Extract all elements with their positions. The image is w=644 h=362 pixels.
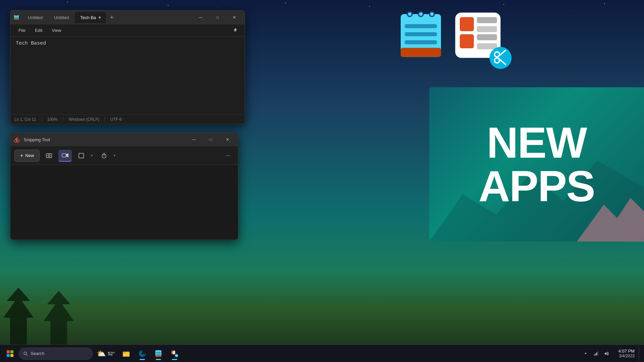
snipping-close-button[interactable]: ✕: [220, 134, 235, 145]
snipping-toolbar: + New ▾: [10, 146, 238, 165]
tab-label-2: Untitled: [54, 15, 69, 20]
svg-marker-26: [44, 291, 74, 345]
taskbar-snipping-tool[interactable]: [167, 346, 182, 361]
snipping-tool-window: Snipping Tool — □ ✕ + New: [10, 133, 238, 240]
svg-rect-17: [477, 26, 497, 32]
timer-button[interactable]: [97, 150, 111, 162]
svg-rect-11: [405, 40, 437, 44]
notepad-close-button[interactable]: ✕: [227, 12, 242, 23]
svg-rect-38: [46, 154, 52, 158]
weather-widget[interactable]: ⛅ 52°: [94, 346, 117, 361]
shape-mode-button[interactable]: [75, 150, 88, 162]
svg-rect-42: [79, 153, 84, 158]
svg-rect-47: [10, 350, 13, 353]
new-apps-banner: NEW APPS: [429, 87, 644, 242]
tray-expand-button[interactable]: [581, 349, 590, 358]
svg-rect-73: [605, 353, 606, 354]
svg-rect-63: [174, 352, 175, 353]
notepad-view-menu[interactable]: View: [48, 27, 65, 34]
encoding: UTF-8: [105, 117, 127, 122]
svg-line-51: [27, 354, 28, 356]
snipping-app-icon: [13, 136, 20, 143]
weather-temperature: 52°: [108, 351, 115, 356]
snipping-maximize-button[interactable]: □: [203, 134, 218, 145]
notepad-minimize-button[interactable]: —: [193, 12, 208, 23]
svg-rect-18: [477, 34, 497, 40]
timer-group: ▾: [97, 150, 117, 162]
snipping-canvas[interactable]: [10, 165, 238, 240]
notepad-menubar: File Edit View: [10, 24, 245, 37]
svg-rect-61: [171, 353, 173, 354]
new-button-label: New: [25, 153, 34, 158]
notepad-file-menu[interactable]: File: [14, 27, 30, 34]
svg-rect-30: [14, 18, 19, 20]
snipping-minimize-button[interactable]: —: [186, 134, 202, 145]
svg-rect-12: [401, 48, 441, 57]
notepad-maximize-button[interactable]: □: [210, 12, 225, 23]
notepad-statusbar: Ln 1, Col 11 100% Windows (CRLF) UTF-8: [10, 114, 245, 124]
notepad-titlebar: Untitled Untitled Tech Ba + — □ ✕: [10, 10, 245, 24]
search-icon: [23, 351, 28, 356]
more-options-button[interactable]: ···: [222, 150, 234, 162]
svg-rect-68: [594, 354, 595, 356]
notepad-text: Tech Based: [16, 41, 46, 46]
notepad-settings-button[interactable]: [230, 25, 241, 36]
svg-rect-29: [14, 18, 18, 18]
svg-point-7: [419, 12, 423, 16]
search-bar-label: Search: [31, 351, 44, 356]
svg-rect-28: [14, 17, 18, 17]
timer-dropdown-button[interactable]: ▾: [111, 150, 117, 162]
desktop-snip-icon[interactable]: [449, 7, 516, 74]
svg-rect-40: [62, 154, 66, 157]
svg-rect-48: [7, 354, 10, 357]
clock-date: 3/4/2023: [619, 354, 635, 358]
shape-dropdown-button[interactable]: ▾: [89, 150, 95, 162]
taskbar: Search ⛅ 52°: [0, 345, 644, 362]
taskbar-search-bar[interactable]: Search: [19, 348, 93, 360]
add-tab-button[interactable]: +: [107, 12, 117, 22]
svg-rect-10: [405, 32, 437, 36]
show-desktop-button[interactable]: [639, 346, 641, 361]
snipping-window-controls: — □ ✕: [186, 134, 235, 145]
svg-point-20: [490, 47, 512, 69]
desktop-notepad-icon[interactable]: [392, 7, 449, 64]
tab-tech-ba[interactable]: Tech Ba: [75, 12, 106, 23]
notepad-window-controls: — □ ✕: [193, 12, 242, 23]
svg-point-31: [15, 15, 16, 16]
taskbar-file-explorer[interactable]: [119, 346, 134, 361]
notepad-app-icon: [13, 14, 20, 21]
banner-apps-text: APPS: [479, 164, 595, 208]
svg-rect-9: [405, 24, 437, 28]
taskbar-notepad[interactable]: [151, 346, 166, 361]
line-ending: Windows (CRLF): [63, 117, 105, 122]
snip-active-indicator: [172, 359, 177, 360]
network-icon[interactable]: [592, 349, 601, 358]
tab-untitled-2[interactable]: Untitled: [49, 12, 74, 23]
svg-rect-16: [477, 17, 497, 23]
svg-point-32: [16, 15, 17, 16]
svg-point-33: [17, 15, 18, 16]
snipping-new-button[interactable]: + New: [14, 150, 40, 162]
taskbar-edge[interactable]: [135, 346, 150, 361]
svg-marker-41: [66, 154, 68, 157]
banner-new-text: NEW: [479, 121, 595, 164]
tab-untitled-1[interactable]: Untitled: [22, 12, 48, 23]
snipping-titlebar: Snipping Tool — □ ✕: [10, 133, 238, 146]
taskbar-clock[interactable]: 4:07 PM 3/4/2023: [616, 349, 637, 358]
svg-rect-46: [7, 350, 10, 353]
svg-rect-69: [595, 353, 596, 356]
cursor-position: Ln 1, Col 11: [14, 117, 42, 122]
weather-icon: ⛅: [97, 349, 106, 358]
video-mode-button[interactable]: [58, 150, 72, 162]
tab-label-3: Tech Ba: [80, 15, 96, 20]
notepad-content-area[interactable]: Tech Based: [10, 37, 245, 114]
screenshot-mode-button[interactable]: [42, 150, 56, 162]
trees-silhouette: [0, 277, 84, 345]
volume-icon[interactable]: [602, 349, 612, 358]
tab-label-1: Untitled: [28, 15, 43, 20]
tab-unsaved-dot: [99, 16, 101, 18]
start-button[interactable]: [3, 346, 17, 361]
notepad-edit-menu[interactable]: Edit: [31, 27, 46, 34]
svg-marker-25: [3, 288, 34, 345]
svg-rect-57: [156, 354, 161, 355]
